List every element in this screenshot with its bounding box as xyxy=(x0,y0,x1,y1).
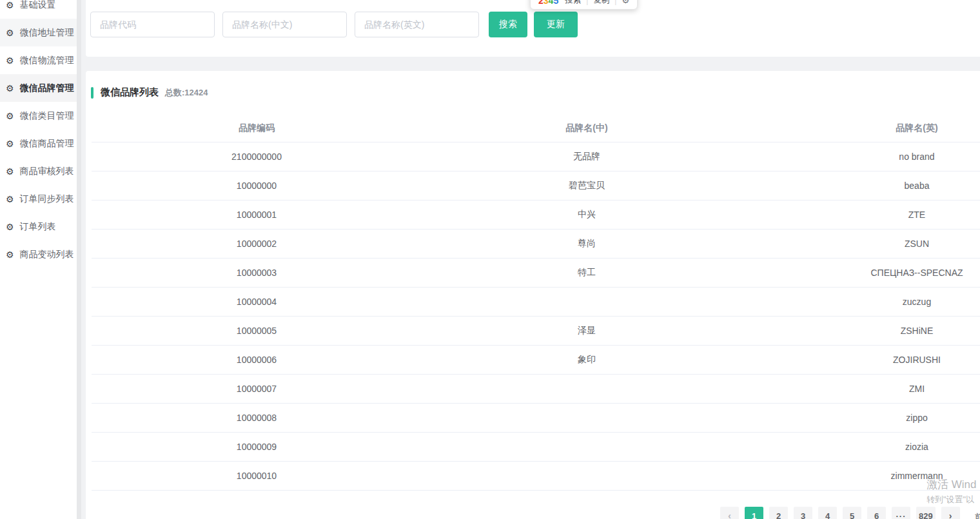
cell-brand-name-cn xyxy=(422,374,752,403)
sidebar-item-label: 订单同步列表 xyxy=(20,193,74,205)
sidebar-item-order-list[interactable]: ⚙ 订单列表 xyxy=(0,213,77,240)
table-row: 10000010 zimmermann xyxy=(92,461,980,490)
gear-icon: ⚙ xyxy=(6,222,14,231)
sidebar: ⚙ 基础设置 ⚙ 微信地址管理 ⚙ 微信物流管理 ⚙ 微信品牌管理 ⚙ 微信类目… xyxy=(0,0,77,519)
sidebar-item-wechat-product[interactable]: ⚙ 微信商品管理 xyxy=(0,130,77,157)
table-row: 10000005 泽显 ZSHiNE xyxy=(92,316,980,345)
sidebar-item-base-settings[interactable]: ⚙ 基础设置 xyxy=(0,0,77,19)
cell-brand-name-cn xyxy=(422,432,752,461)
sidebar-items: ⚙ 基础设置 ⚙ 微信地址管理 ⚙ 微信物流管理 ⚙ 微信品牌管理 ⚙ 微信类目… xyxy=(0,0,77,268)
cell-brand-name-cn: 尊尚 xyxy=(422,229,752,258)
gear-icon: ⚙ xyxy=(6,112,14,121)
cell-brand-name-cn: 碧芭宝贝 xyxy=(422,171,752,200)
next-page-button[interactable]: › xyxy=(941,507,960,519)
table-row: 10000009 ziozia xyxy=(92,432,980,461)
cell-brand-name-en: zimmermann xyxy=(752,461,980,490)
cell-brand-code: 10000005 xyxy=(92,316,422,345)
gear-icon: ⚙ xyxy=(6,56,14,65)
cell-brand-code: 10000001 xyxy=(92,200,422,229)
brand-name-cn-input[interactable] xyxy=(222,12,347,37)
sidebar-item-label: 商品变动列表 xyxy=(20,249,74,260)
cell-brand-name-en: ziozia xyxy=(752,432,980,461)
sidebar-item-label: 基础设置 xyxy=(20,0,56,11)
search-button[interactable]: 搜索 xyxy=(489,12,527,37)
panel-title: 微信品牌列表 xyxy=(101,86,159,99)
table-row: 10000000 碧芭宝贝 beaba xyxy=(92,171,980,200)
gear-icon[interactable]: ⚙ xyxy=(622,0,629,5)
search-form: 搜索 更新 xyxy=(90,12,578,37)
cell-brand-name-cn: 特工 xyxy=(422,258,752,287)
cell-brand-name-en: СПЕЦНАЗ--SPECNAZ xyxy=(752,258,980,287)
accent-bar xyxy=(91,87,93,99)
2345-logo: 2345 xyxy=(538,0,558,6)
update-button[interactable]: 更新 xyxy=(534,12,578,37)
cell-brand-name-en: ZTE xyxy=(752,200,980,229)
cell-brand-code: 10000009 xyxy=(92,432,422,461)
more-pages-ellipsis[interactable]: ··· xyxy=(892,507,910,519)
page-button-829[interactable]: 829 xyxy=(916,507,936,519)
popup-divider: | xyxy=(614,0,616,5)
cell-brand-code: 10000010 xyxy=(92,461,422,490)
cell-brand-code: 10000003 xyxy=(92,258,422,287)
popup-copy-action[interactable]: 复制 xyxy=(593,0,609,6)
sidebar-item-wechat-brand[interactable]: ⚙ 微信品牌管理 xyxy=(0,74,77,102)
sidebar-item-label: 微信物流管理 xyxy=(20,55,74,66)
cell-brand-name-cn: 中兴 xyxy=(422,200,752,229)
page-button-1[interactable]: 1 xyxy=(745,507,763,519)
brand-name-en-input[interactable] xyxy=(355,12,479,37)
pagination: ‹123456···829›前往 xyxy=(720,507,980,519)
table-row: 10000008 zippo xyxy=(92,403,980,432)
gear-icon: ⚙ xyxy=(6,167,14,176)
sidebar-item-wechat-address[interactable]: ⚙ 微信地址管理 xyxy=(0,19,77,46)
gear-icon: ⚙ xyxy=(6,139,14,148)
goto-page-label: 前往 xyxy=(975,511,980,519)
table-row: 10000006 象印 ZOJIRUSHI xyxy=(92,345,980,374)
table-row: 10000004 zuczug xyxy=(92,287,980,316)
cell-brand-name-en: ZSHiNE xyxy=(752,316,980,345)
page-button-5[interactable]: 5 xyxy=(843,507,861,519)
total-count: 总数:12424 xyxy=(165,87,208,99)
brand-table: 品牌编码 品牌名(中) 品牌名(英) 2100000000 无品牌 no bra… xyxy=(92,115,980,491)
sidebar-scrollbar[interactable] xyxy=(77,0,81,519)
cell-brand-name-en: beaba xyxy=(752,171,980,200)
cell-brand-code: 2100000000 xyxy=(92,142,422,171)
table-row: 10000002 尊尚 ZSUN xyxy=(92,229,980,258)
gear-icon: ⚙ xyxy=(6,250,14,259)
cell-brand-name-en: zuczug xyxy=(752,287,980,316)
cell-brand-name-en: no brand xyxy=(752,142,980,171)
cell-brand-code: 10000007 xyxy=(92,374,422,403)
cell-brand-name-en: zippo xyxy=(752,403,980,432)
cell-brand-name-en: ZOJIRUSHI xyxy=(752,345,980,374)
sidebar-item-label: 微信商品管理 xyxy=(20,138,74,150)
brand-code-input[interactable] xyxy=(90,12,215,37)
page-button-6[interactable]: 6 xyxy=(867,507,886,519)
page-button-2[interactable]: 2 xyxy=(769,507,788,519)
cell-brand-name-cn: 泽显 xyxy=(422,316,752,345)
main-content: 搜索 更新 微信品牌列表 总数:12424 品牌编码 品牌名(中) 品牌名(英) xyxy=(81,0,980,519)
sidebar-item-wechat-category[interactable]: ⚙ 微信类目管理 xyxy=(0,102,77,130)
header-brand-name-en: 品牌名(英) xyxy=(752,115,980,142)
cell-brand-code: 10000002 xyxy=(92,229,422,258)
cell-brand-name-en: ZSUN xyxy=(752,229,980,258)
sidebar-item-product-audit-list[interactable]: ⚙ 商品审核列表 xyxy=(0,157,77,185)
table-header: 品牌编码 品牌名(中) 品牌名(英) xyxy=(92,115,980,142)
cell-brand-code: 10000008 xyxy=(92,403,422,432)
page-button-4[interactable]: 4 xyxy=(818,507,837,519)
gear-icon: ⚙ xyxy=(6,1,14,10)
sidebar-item-label: 商品审核列表 xyxy=(20,166,74,177)
prev-page-button[interactable]: ‹ xyxy=(720,507,739,519)
panel-header: 微信品牌列表 总数:12424 xyxy=(91,86,208,99)
gear-icon: ⚙ xyxy=(6,84,14,93)
sidebar-item-wechat-logistics[interactable]: ⚙ 微信物流管理 xyxy=(0,46,77,74)
page-button-3[interactable]: 3 xyxy=(794,507,812,519)
cell-brand-name-en: ZMI xyxy=(752,374,980,403)
cell-brand-name-cn xyxy=(422,287,752,316)
sidebar-item-order-sync-list[interactable]: ⚙ 订单同步列表 xyxy=(0,185,77,213)
brand-list-panel: 微信品牌列表 总数:12424 品牌编码 品牌名(中) 品牌名(英) 21000… xyxy=(86,71,980,519)
table-row: 10000003 特工 СПЕЦНАЗ--SPECNAZ xyxy=(92,258,980,287)
popup-search-action[interactable]: 搜索 xyxy=(565,0,581,6)
sidebar-item-label: 微信地址管理 xyxy=(20,27,74,39)
sidebar-item-product-change-list[interactable]: ⚙ 商品变动列表 xyxy=(0,240,77,268)
table-row: 10000001 中兴 ZTE xyxy=(92,200,980,229)
cell-brand-code: 10000006 xyxy=(92,345,422,374)
